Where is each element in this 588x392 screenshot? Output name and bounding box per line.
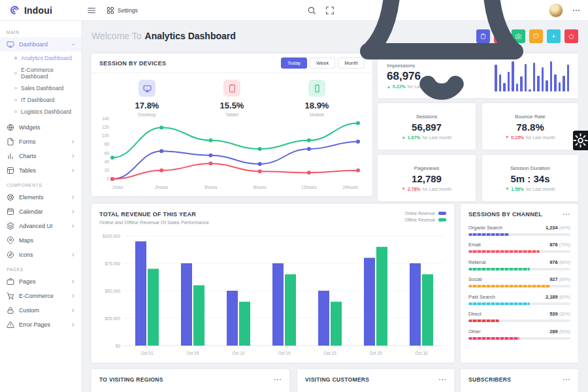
channel-label: Organic Search: [468, 225, 502, 231]
legend-swatch: [438, 212, 446, 215]
sidebar-item-dashboard[interactable]: Dashboard: [0, 37, 81, 52]
channel-progress: [468, 337, 570, 340]
channel-progress-fill: [468, 302, 530, 305]
total-revenue-card: TOTAL REVENUE OF THIS YEAR Online and Of…: [91, 204, 454, 363]
settings-nav[interactable]: Settings: [106, 7, 138, 14]
logo[interactable]: Indoui: [0, 5, 82, 16]
channel-progress-fill: [468, 233, 509, 236]
welcome-prefix: Welcome To: [91, 31, 142, 41]
channel-progress-fill: [468, 250, 540, 253]
chevron-right-icon: [71, 168, 76, 173]
sidebar-subitem-sales-dashboard[interactable]: Sales Dashboard: [0, 82, 81, 94]
stat-card-pageviews: Pageviews12,789▼2.78%for Last month: [378, 155, 476, 201]
channel-label: Other: [468, 329, 481, 335]
card-menu-icon: [438, 376, 446, 384]
settings-gear-icon: [573, 131, 588, 150]
sidebar: MAINDashboardAnalytics DashboardE-Commer…: [0, 21, 82, 392]
sidebar-item-error-pages[interactable]: Error Pages: [0, 318, 81, 332]
sidebar-subitem-logistics-dashboard[interactable]: Logistics Dashboard: [0, 106, 81, 118]
stat-value: 56,897: [412, 122, 442, 133]
channel-value: 927: [549, 276, 558, 282]
settings-fab-button[interactable]: [573, 131, 588, 150]
user-avatar[interactable]: [549, 3, 563, 18]
fullscreen-icon[interactable]: [325, 6, 335, 15]
sidebar-subitem-analytics-dashboard[interactable]: Analytics Dashboard: [0, 52, 81, 64]
notifications-button[interactable]: 3: [344, 0, 540, 108]
legend-label: Offline Revenue: [405, 218, 436, 222]
svg-text:12hours: 12hours: [301, 185, 317, 189]
channel-menu-icon: [563, 210, 570, 218]
svg-text:$0: $0: [116, 344, 121, 348]
sidebar-item-label: Dashboard: [19, 41, 48, 48]
compass-icon: [7, 251, 14, 259]
stat-change: ▼0.15%for Last month: [505, 135, 555, 140]
sidebar-subitem-label: IT Dashboard: [21, 97, 54, 103]
sidebar-section-label: PAGES: [0, 262, 81, 274]
sidebar-item-elements[interactable]: Elements: [0, 190, 81, 204]
channel-percent: (70%): [559, 242, 570, 247]
sidebar-item-widgets[interactable]: Widgets: [0, 120, 81, 135]
channel-percent: (80%): [559, 277, 570, 282]
chevron-right-icon: [71, 139, 76, 144]
svg-text:20: 20: [105, 168, 110, 172]
sidebar-item-charts[interactable]: Charts: [0, 149, 81, 163]
topbar-left: Settings: [82, 6, 138, 15]
settings-label: Settings: [118, 7, 138, 14]
sidebar-item-label: Icons: [19, 252, 33, 258]
globe-icon: [7, 123, 14, 131]
svg-text:24hours: 24hours: [343, 185, 359, 189]
card-menu-icon[interactable]: [438, 376, 446, 384]
sidebar-subitem-label: Analytics Dashboard: [21, 55, 72, 61]
sidebar-item-custom[interactable]: Custom: [0, 303, 81, 318]
session-card-title: SESSION BY DEVICES: [99, 60, 166, 67]
bottom-card-title: SUBSCRIBERS: [468, 376, 511, 383]
revenue-legend: Online RevenueOffline Revenue: [404, 211, 446, 222]
channel-label: Social: [468, 276, 482, 282]
svg-text:Oct 20: Oct 20: [323, 351, 336, 355]
sidebar-nav: MAINDashboardAnalytics DashboardE-Commer…: [0, 25, 81, 332]
search-icon[interactable]: [307, 6, 316, 15]
sidebar-item-forms[interactable]: Forms: [0, 135, 81, 149]
device-value: 15.5%: [220, 101, 244, 110]
channel-row-referral: Referral976(60%): [468, 259, 570, 270]
trend-down-icon: ▼: [505, 187, 509, 191]
channel-list: Organic Search1,234(40%)Email876(70%)Ref…: [468, 225, 570, 340]
sidebar-item-advanced-ui[interactable]: Advanced UI: [0, 219, 81, 233]
sidebar-section-label: MAIN: [0, 25, 81, 37]
card-menu-icon[interactable]: [563, 376, 570, 384]
card-menu-icon[interactable]: [274, 376, 282, 384]
sidebar-item-icons[interactable]: Icons: [0, 248, 81, 262]
channel-menu-icon[interactable]: [563, 210, 570, 218]
svg-text:40: 40: [105, 159, 110, 164]
svg-text:80: 80: [105, 142, 110, 146]
sidebar-item-pages[interactable]: Pages: [0, 274, 81, 289]
channel-progress: [468, 250, 570, 253]
sidebar-item-e-commerce[interactable]: E-Commerce: [0, 289, 81, 303]
sidebar-subitem-e-commerce-dashboard[interactable]: E-Commerce Dashboard: [0, 64, 81, 82]
trend-up-icon: ▲: [402, 135, 406, 139]
chevron-down-icon: [71, 42, 76, 47]
more-options-icon[interactable]: [572, 6, 580, 15]
chevron-right-icon: [71, 154, 76, 159]
topbar: Indoui Settings 3: [0, 0, 588, 21]
bottom-card-title: VISITING CUSTOMERS: [305, 376, 369, 383]
tab-today[interactable]: Today: [281, 57, 307, 69]
channel-progress: [468, 319, 570, 322]
sidebar-item-maps[interactable]: Maps: [0, 233, 81, 248]
sidebar-item-label: Advanced UI: [19, 223, 53, 229]
page-title: Analytics Dashboard: [145, 31, 236, 41]
sidebar-item-label: Maps: [19, 237, 33, 244]
channel-progress: [468, 285, 570, 287]
channel-percent: (30%): [559, 312, 570, 316]
sidebar-item-tables[interactable]: Tables: [0, 163, 81, 178]
legend-label: Online Revenue: [404, 211, 435, 216]
svg-text:Oct 15: Oct 15: [278, 351, 291, 355]
channel-row-email: Email876(70%): [468, 242, 570, 253]
sidebar-item-label: Pages: [19, 278, 36, 285]
stat-label: Bounce Rate: [515, 114, 545, 120]
sidebar-subitem-label: Logistics Dashboard: [21, 108, 71, 115]
channel-value: 289: [549, 329, 558, 335]
hamburger-menu-button[interactable]: [87, 6, 96, 15]
sidebar-subitem-it-dashboard[interactable]: IT Dashboard: [0, 94, 81, 106]
sidebar-item-calendar[interactable]: Calendar: [0, 204, 81, 219]
